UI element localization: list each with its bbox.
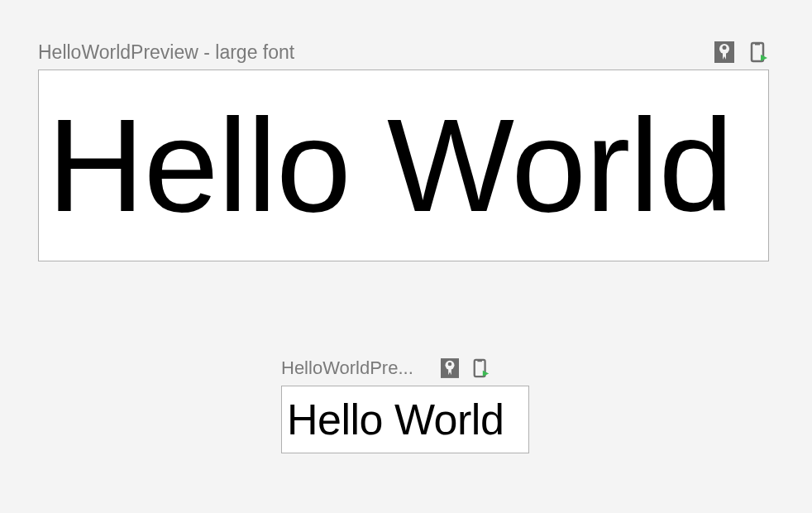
deploy-to-device-icon[interactable] bbox=[749, 41, 769, 63]
preview-content-text: Hello World bbox=[287, 398, 504, 441]
preview-header-actions bbox=[440, 357, 491, 379]
preview-title: HelloWorldPreview - large font bbox=[38, 41, 705, 64]
interactive-mode-icon[interactable] bbox=[440, 357, 460, 379]
preview-panel-small: HelloWorldPre... Hello World bbox=[281, 356, 529, 453]
preview-title: HelloWorldPre... bbox=[281, 357, 430, 379]
svg-rect-4 bbox=[755, 44, 760, 46]
preview-content-text: Hello World bbox=[47, 99, 733, 232]
preview-header: HelloWorldPre... bbox=[281, 356, 529, 381]
svg-point-2 bbox=[723, 46, 727, 50]
deploy-to-device-icon[interactable] bbox=[471, 357, 491, 379]
svg-point-7 bbox=[448, 362, 452, 367]
preview-canvas-large: Hello World bbox=[38, 70, 769, 261]
preview-panel-large: HelloWorldPreview - large font Hello Wo bbox=[38, 40, 769, 261]
preview-canvas-small: Hello World bbox=[281, 386, 529, 453]
preview-header: HelloWorldPreview - large font bbox=[38, 40, 769, 65]
svg-rect-9 bbox=[477, 360, 482, 362]
interactive-mode-icon[interactable] bbox=[714, 41, 734, 63]
preview-header-actions bbox=[714, 41, 769, 63]
